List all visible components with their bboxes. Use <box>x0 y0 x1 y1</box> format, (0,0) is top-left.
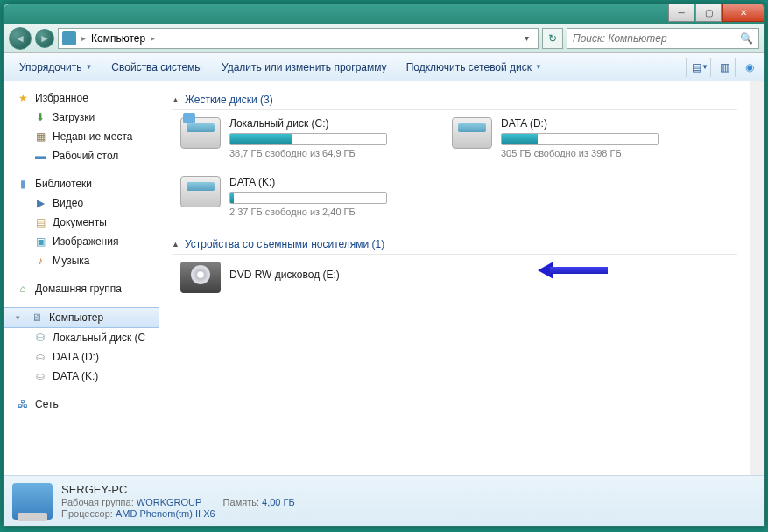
explorer-window: ─ ▢ ✕ ◄ ► ▸ Компьютер ▸ ▾ ↻ 🔍 Упорядочит… <box>3 4 765 527</box>
drive-info: 38,7 ГБ свободно из 64,9 ГБ <box>229 148 426 158</box>
capacity-bar <box>229 192 387 204</box>
libraries-icon: ▮ <box>16 177 30 191</box>
annotation-arrow <box>538 262 608 279</box>
hdd-icon <box>180 117 221 149</box>
sidebar-pictures[interactable]: ▣ Изображения <box>4 232 159 251</box>
pictures-icon: ▣ <box>33 234 47 248</box>
drive-c[interactable]: Локальный диск (C:) 38,7 ГБ свободно из … <box>180 117 426 158</box>
forward-button[interactable]: ► <box>35 29 54 48</box>
workgroup-label: Рабочая группа: <box>61 497 134 508</box>
close-button[interactable]: ✕ <box>722 4 764 22</box>
music-icon: ♪ <box>33 254 47 268</box>
vertical-scrollbar[interactable] <box>750 81 764 475</box>
hdd-icon <box>452 117 492 149</box>
search-box[interactable]: 🔍 <box>567 28 759 49</box>
drive-info: 2,37 ГБ свободно из 2,40 ГБ <box>229 206 426 217</box>
drive-label: DATA (D:) <box>501 117 697 130</box>
content-pane: ▲ Жесткие диски (3) Локальный диск (C:) … <box>159 81 750 475</box>
chevron-down-icon: ▼ <box>535 63 542 71</box>
network-icon: 🖧 <box>16 397 30 411</box>
sidebar-music[interactable]: ♪ Музыка <box>4 251 159 270</box>
downloads-icon: ⬇ <box>33 110 47 124</box>
help-button[interactable]: ◉ <box>735 58 757 77</box>
minimize-button[interactable]: ─ <box>668 4 694 22</box>
drive-dvd[interactable]: DVD RW дисковод (E:) <box>180 262 426 293</box>
homegroup-icon: ⌂ <box>16 282 30 296</box>
drive-label: DVD RW дисковод (E:) <box>229 269 426 281</box>
star-icon: ★ <box>16 91 30 105</box>
details-name: SERGEY-PC <box>61 483 295 496</box>
sidebar-homegroup[interactable]: ⌂ Домашняя группа <box>4 279 159 298</box>
sidebar-network[interactable]: 🖧 Сеть <box>4 395 159 414</box>
sidebar-downloads[interactable]: ⬇ Загрузки <box>4 108 159 127</box>
memory-label: Память: <box>223 497 259 508</box>
capacity-bar <box>501 133 659 145</box>
search-input[interactable] <box>573 32 735 45</box>
drive-icon: ⛀ <box>33 350 47 364</box>
system-properties-button[interactable]: Свойства системы <box>102 58 211 77</box>
documents-icon: ▤ <box>33 215 47 229</box>
nav-bar: ◄ ► ▸ Компьютер ▸ ▾ ↻ 🔍 <box>4 24 764 53</box>
drive-icon: ⛀ <box>33 369 47 383</box>
drive-label: DATA (K:) <box>229 176 426 188</box>
videos-icon: ▶ <box>33 196 47 210</box>
sidebar-computer[interactable]: ▾ 🖥 Компьютер <box>4 307 159 328</box>
computer-icon: 🖥 <box>30 311 44 325</box>
drive-d[interactable]: DATA (D:) 305 ГБ свободно из 398 ГБ <box>452 117 697 158</box>
chevron-down-icon: ▼ <box>85 63 92 71</box>
capacity-bar <box>229 133 387 145</box>
titlebar[interactable]: ─ ▢ ✕ <box>4 4 764 24</box>
back-button[interactable]: ◄ <box>9 27 32 50</box>
chevron-right-icon[interactable]: ▸ <box>81 33 86 43</box>
sidebar-videos[interactable]: ▶ Видео <box>4 193 159 213</box>
drive-info: 305 ГБ свободно из 398 ГБ <box>501 148 697 158</box>
workgroup-value: WORKGROUP <box>137 497 201 508</box>
details-pane: SERGEY-PC Рабочая группа: WORKGROUP Памя… <box>4 475 764 526</box>
breadcrumb-computer[interactable]: Компьютер <box>91 32 145 45</box>
organize-button[interactable]: Упорядочить ▼ <box>11 58 101 77</box>
map-network-drive-button[interactable]: Подключить сетевой диск ▼ <box>398 58 551 77</box>
sidebar-favorites[interactable]: ★ Избранное <box>4 88 159 108</box>
section-removable[interactable]: ▲ Устройства со съемными носителями (1) <box>172 234 737 255</box>
cpu-value: AMD Phenom(tm) II X6 <box>116 508 215 519</box>
section-hard-drives[interactable]: ▲ Жесткие диски (3) <box>172 90 737 110</box>
recent-icon: ▦ <box>33 130 47 144</box>
sidebar-drive-k[interactable]: ⛀ DATA (K:) <box>4 367 159 386</box>
expand-icon[interactable]: ▾ <box>16 310 25 326</box>
view-options-button[interactable]: ▤ ▼ <box>686 58 708 77</box>
computer-icon <box>12 483 53 520</box>
hdd-icon <box>180 176 221 207</box>
cpu-label: Процессор: <box>61 508 113 519</box>
uninstall-program-button[interactable]: Удалить или изменить программу <box>213 58 396 77</box>
sidebar-documents[interactable]: ▤ Документы <box>4 213 159 232</box>
memory-value: 4,00 ГБ <box>262 497 295 508</box>
address-bar[interactable]: ▸ Компьютер ▸ ▾ <box>58 28 539 49</box>
drive-icon: ⛁ <box>33 331 47 345</box>
sidebar-drive-d[interactable]: ⛀ DATA (D:) <box>4 347 159 367</box>
computer-icon <box>62 32 76 46</box>
sidebar-desktop[interactable]: ▬ Рабочий стол <box>4 146 159 165</box>
chevron-right-icon[interactable]: ▸ <box>151 33 155 43</box>
collapse-icon[interactable]: ▲ <box>172 95 180 104</box>
sidebar-libraries[interactable]: ▮ Библиотеки <box>4 174 159 193</box>
preview-pane-button[interactable]: ▥ <box>710 58 733 77</box>
sidebar-recent[interactable]: ▦ Недавние места <box>4 127 159 146</box>
drive-label: Локальный диск (C:) <box>229 117 426 130</box>
dvd-icon <box>180 262 221 293</box>
command-bar: Упорядочить ▼ Свойства системы Удалить и… <box>4 53 764 81</box>
search-icon[interactable]: 🔍 <box>740 32 753 45</box>
maximize-button[interactable]: ▢ <box>695 4 722 22</box>
navigation-pane: ★ Избранное ⬇ Загрузки ▦ Недавние места … <box>4 81 159 475</box>
desktop-icon: ▬ <box>33 149 47 163</box>
drive-k[interactable]: DATA (K:) 2,37 ГБ свободно из 2,40 ГБ <box>180 176 426 217</box>
address-dropdown-icon[interactable]: ▾ <box>518 33 534 43</box>
collapse-icon[interactable]: ▲ <box>172 240 180 248</box>
refresh-button[interactable]: ↻ <box>542 28 563 49</box>
sidebar-drive-c[interactable]: ⛁ Локальный диск (C <box>4 328 159 347</box>
